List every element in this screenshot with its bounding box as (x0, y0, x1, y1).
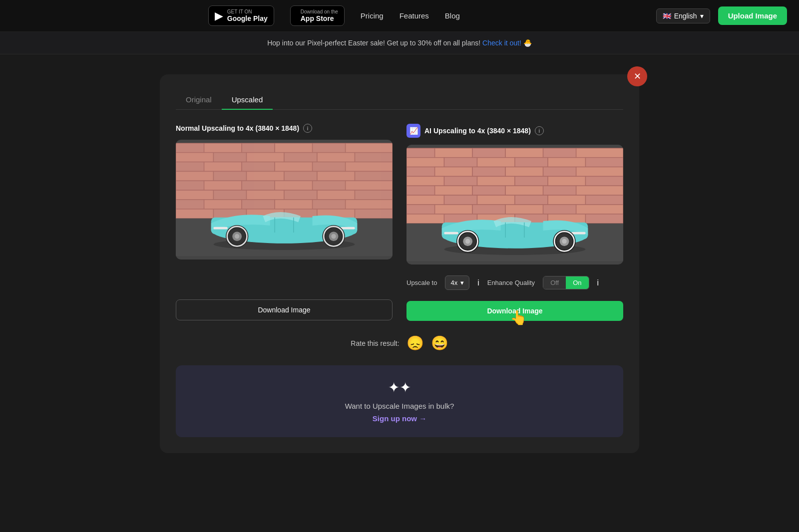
right-image-box (406, 145, 623, 265)
svg-rect-79 (586, 158, 623, 167)
cta-title: Want to Upscale Images in bulk? (190, 402, 609, 410)
svg-rect-115 (586, 214, 623, 224)
language-selector[interactable]: 🇬🇧 English ▾ (656, 8, 710, 23)
main-container: ✕ Original Upscaled Normal Upscaling to … (160, 74, 639, 453)
svg-rect-90 (548, 176, 585, 186)
svg-rect-32 (213, 190, 246, 200)
left-title-text: Normal Upscaling to 4x (3840 × 1848) (176, 124, 299, 132)
svg-rect-31 (176, 190, 213, 200)
upload-image-button[interactable]: Upload Image (718, 6, 787, 25)
svg-rect-41 (313, 200, 346, 209)
toggle-off[interactable]: Off (543, 276, 566, 289)
svg-rect-87 (444, 176, 477, 186)
svg-rect-37 (176, 200, 204, 209)
svg-rect-2 (204, 143, 242, 153)
svg-rect-99 (444, 195, 477, 205)
svg-point-127 (465, 239, 470, 244)
tab-original[interactable]: Original (176, 90, 222, 110)
nav-pricing[interactable]: Pricing (361, 11, 384, 20)
svg-rect-27 (242, 181, 275, 190)
svg-rect-34 (284, 190, 317, 200)
left-car-scene (176, 140, 393, 260)
svg-point-64 (331, 234, 336, 239)
enhance-label: Enhance Quality (487, 279, 535, 286)
svg-rect-13 (176, 162, 204, 172)
left-panel: Normal Upscaling to 4x (3840 × 1848) i (176, 124, 393, 321)
svg-rect-5 (313, 143, 346, 153)
close-icon: ✕ (634, 71, 641, 82)
svg-rect-74 (406, 158, 444, 167)
promo-link[interactable]: Check it out! 🐣 (482, 39, 532, 47)
navbar-center: ▶ GET IT ON Google Play Download on the … (208, 5, 460, 26)
svg-rect-17 (313, 162, 346, 172)
upscale-label: Upscale to (406, 279, 437, 286)
google-play-icon: ▶ (215, 9, 223, 22)
svg-rect-81 (435, 167, 472, 177)
left-info-icon[interactable]: i (303, 124, 312, 133)
svg-rect-18 (346, 162, 393, 172)
svg-rect-89 (515, 176, 548, 186)
enhance-info-icon[interactable]: i (597, 278, 599, 287)
tab-upscaled[interactable]: Upscaled (222, 90, 273, 110)
lang-label: English (674, 12, 697, 20)
ai-upscale-icon: 📈 (406, 124, 420, 138)
svg-rect-20 (213, 171, 246, 181)
right-panel: 📈 AI Upscaling to 4x (3840 × 1848) i (406, 124, 623, 321)
rating-bad-button[interactable]: 😞 (406, 335, 424, 351)
svg-rect-71 (505, 148, 543, 158)
google-play-button[interactable]: ▶ GET IT ON Google Play (208, 5, 274, 26)
svg-rect-95 (505, 186, 543, 195)
svg-rect-78 (548, 158, 585, 167)
svg-rect-7 (176, 153, 213, 162)
rating-good-button[interactable]: 😄 (431, 335, 448, 351)
svg-rect-25 (176, 181, 204, 190)
svg-rect-33 (247, 190, 284, 200)
nav-blog[interactable]: Blog (445, 11, 460, 20)
app-store-button[interactable]: Download on the App Store (290, 5, 345, 26)
svg-rect-76 (477, 158, 515, 167)
svg-rect-26 (204, 181, 242, 190)
svg-point-131 (562, 239, 566, 244)
svg-rect-96 (543, 186, 576, 195)
svg-rect-88 (477, 176, 515, 186)
left-download-button[interactable]: Download Image (176, 299, 393, 320)
cta-signup-link[interactable]: Sign up now → (373, 414, 426, 423)
svg-rect-72 (543, 148, 576, 158)
upscale-value: 4x (450, 279, 457, 286)
upscale-select[interactable]: 4x ▾ (445, 275, 469, 290)
svg-rect-48 (355, 209, 393, 219)
svg-rect-15 (242, 162, 275, 172)
svg-rect-107 (505, 205, 543, 214)
svg-rect-97 (576, 186, 623, 195)
svg-rect-108 (543, 205, 576, 214)
promo-text: Hop into our Pixel-perfect Easter sale! … (267, 39, 480, 47)
svg-rect-19 (176, 171, 213, 181)
right-info-icon[interactable]: i (535, 126, 544, 135)
svg-rect-75 (444, 158, 477, 167)
right-car-scene (406, 145, 623, 265)
right-download-button[interactable]: Download Image (406, 301, 623, 321)
svg-rect-106 (472, 205, 505, 214)
rating-label: Rate this result: (351, 339, 399, 347)
upscale-info-icon[interactable]: i (477, 278, 479, 287)
cta-icon: ✦✦ (190, 379, 609, 396)
toggle-on[interactable]: On (566, 276, 588, 289)
svg-rect-40 (275, 200, 312, 209)
svg-rect-39 (242, 200, 275, 209)
navbar: ▶ GET IT ON Google Play Download on the … (0, 0, 799, 32)
nav-features[interactable]: Features (400, 11, 429, 20)
svg-rect-94 (472, 186, 505, 195)
svg-rect-69 (435, 148, 472, 158)
google-play-text: GET IT ON Google Play (227, 9, 268, 22)
svg-rect-9 (247, 153, 284, 162)
comparison-grid: Normal Upscaling to 4x (3840 × 1848) i (176, 124, 623, 321)
chevron-down-icon: ▾ (460, 279, 464, 286)
svg-rect-42 (346, 200, 393, 209)
svg-rect-68 (406, 148, 435, 158)
svg-rect-86 (406, 176, 444, 186)
svg-rect-11 (317, 153, 355, 162)
svg-rect-110 (406, 214, 444, 224)
close-button[interactable]: ✕ (627, 66, 647, 86)
svg-rect-73 (576, 148, 623, 158)
svg-rect-55 (213, 227, 227, 230)
